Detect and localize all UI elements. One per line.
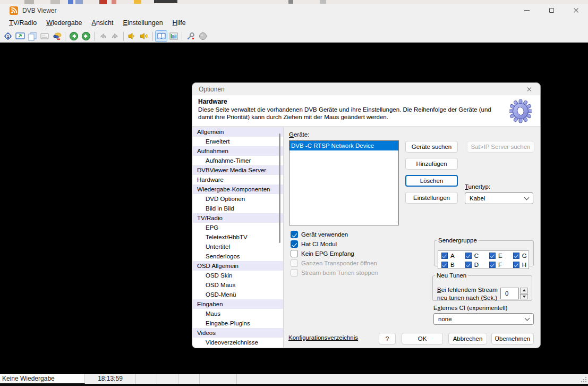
sidebar-item[interactable]: Videoverzeichnisse [193,338,283,347]
sidebar-item-label: Bild in Bild [206,205,234,212]
sidebar-item-label: Eingabe-Plugins [206,320,250,326]
menu-item[interactable]: TV/Radio [4,16,41,30]
group-checkbox-row[interactable]: E [489,253,502,259]
checkbox[interactable] [291,259,298,267]
device-options: Gerät verwenden Hat CI Modul Kein EPG Em… [291,230,378,278]
checkbox-row[interactable]: Stream beim Tunen stoppen [291,268,378,278]
checkbox[interactable] [291,269,298,276]
spinner-up-button[interactable] [520,288,528,293]
menu-item[interactable]: Einstellungen [118,16,168,30]
menu-item[interactable]: Wiedergabe [41,16,87,30]
sidebar-item[interactable]: Untertitel [193,242,283,251]
next-icon[interactable] [109,30,121,42]
sidebar-item[interactable]: OSD-Menü [193,290,283,299]
group-checkbox[interactable] [441,262,448,268]
volume-up-icon[interactable] [138,30,150,42]
checkbox-row[interactable]: Hat CI Modul [291,239,378,249]
sidebar-scrollbar-thumb[interactable] [279,133,280,243]
checkbox-row[interactable]: Kein EPG Empfang [291,249,378,258]
sidebar-item[interactable]: Eingaben [193,299,283,309]
sidebar-item[interactable]: OSD Maus [193,280,283,290]
sidebar-item[interactable]: OSD Skin [193,271,283,280]
sidebar-item[interactable]: Erweitert [193,137,283,146]
group-checkbox-row[interactable]: D [465,262,479,268]
record-icon[interactable] [197,30,209,42]
menu-item[interactable]: Ansicht [87,16,118,30]
ok-button[interactable]: OK [402,333,443,345]
apply-button[interactable]: Übernehmen [491,333,534,345]
volume-down-icon[interactable] [126,30,138,42]
config-directory-link[interactable]: Konfigurationsverzeichnis [288,334,358,341]
menu-item[interactable]: Hilfe [168,16,191,30]
sidebar-item[interactable]: Teletext/HbbTV [193,232,283,242]
maximize-button[interactable] [539,4,564,16]
checkbox[interactable] [291,250,298,257]
sidebar-item[interactable]: Eingabe-Plugins [193,318,283,328]
forward-icon[interactable] [80,30,92,42]
spinner-down-button[interactable] [520,294,528,300]
group-checkbox[interactable] [489,253,496,259]
group-checkbox-row[interactable]: H [513,262,527,268]
satip-search-button[interactable]: Sat>IP Server suchen [467,141,534,153]
sidebar-item[interactable]: Maus [193,309,283,318]
tools-icon[interactable] [184,30,197,42]
sidebar-item[interactable]: OSD Allgemein [193,261,283,271]
sidebar-item[interactable]: Hardware [193,175,283,184]
sidebar-item[interactable]: EPG [193,223,283,232]
sidebar-item[interactable]: Videos [193,328,283,338]
delete-device-button[interactable]: Löschen [405,175,458,187]
group-checkbox-row[interactable]: F [489,262,502,268]
devices-listbox[interactable]: DVB -C RTSP Network Device [289,140,399,225]
group-checkbox[interactable] [513,262,519,268]
group-checkbox[interactable] [465,262,472,268]
sidebar-item-label: Eingaben [197,301,223,307]
cancel-button[interactable]: Abbrechen [448,333,487,345]
sidebar-item[interactable]: DVD Optionen [193,194,283,204]
checkbox-row[interactable]: Gerät verwenden [291,230,378,239]
teletext-book-icon[interactable] [155,30,167,42]
resize-grip[interactable] [580,376,586,382]
tuner-type-select[interactable]: Kabel [465,192,533,204]
previous-icon[interactable] [97,30,109,42]
group-checkbox-row[interactable]: G [513,253,527,259]
search-devices-button[interactable]: Geräte suchen [405,141,458,153]
channel-1-icon[interactable]: 1 [2,30,14,42]
checkbox[interactable] [291,240,298,248]
close-button[interactable] [564,4,588,16]
fullscreen-icon[interactable] [14,30,26,42]
device-row[interactable]: DVB -C RTSP Network Device [289,141,398,150]
sidebar-item-label: Senderlogos [206,253,240,259]
minimize-button[interactable] [515,4,539,16]
group-checkbox[interactable] [465,253,472,259]
sidebar-item[interactable]: Wiedergabe-Komponenten [193,184,283,194]
back-icon[interactable] [67,30,80,42]
sidebar-item[interactable]: Aufnahmen [193,146,283,156]
dialog-close-button[interactable] [524,85,534,94]
sidebar-item[interactable]: Bild in Bild [193,204,283,213]
new-window-icon[interactable] [26,30,38,42]
epg-search-icon[interactable] [50,30,63,42]
sidebar-item[interactable]: Senderlogos [193,251,283,261]
externes-ci-select[interactable]: none [433,313,534,325]
group-checkbox-row[interactable]: B [441,262,455,268]
group-checkbox-row[interactable]: A [441,253,455,259]
add-device-button[interactable]: Hinzufügen [405,158,458,170]
group-checkbox[interactable] [513,253,519,259]
checkbox[interactable] [291,231,298,238]
background-icon-fragment [50,0,60,4]
retune-seconds-input[interactable]: 0 [500,288,519,299]
sidebar-item[interactable]: Aufnahme-Timer [193,156,283,165]
checkbox-row[interactable]: Ganzen Transponder öffnen [291,258,378,268]
help-button[interactable]: ? [379,333,396,345]
osd-icon[interactable] [38,30,50,42]
sidebar-item[interactable]: Allgemein [193,127,283,137]
chevron-down-icon [525,315,530,321]
dialog-title: Optionen [199,86,225,93]
sidebar-item[interactable]: DVBViewer Media Server [193,165,283,175]
group-checkbox-row[interactable]: C [465,253,479,259]
group-checkbox[interactable] [441,253,448,259]
device-settings-button[interactable]: Einstellungen [405,192,458,204]
group-checkbox[interactable] [489,262,496,268]
sidebar-item[interactable]: TV/Radio [193,213,283,223]
images-icon[interactable] [167,30,180,42]
